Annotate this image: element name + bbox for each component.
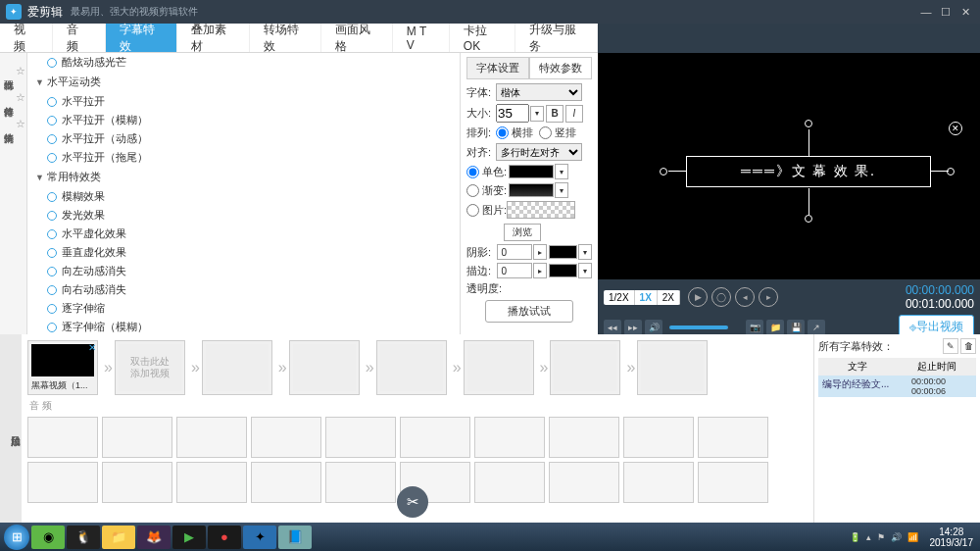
effect-item[interactable]: 水平拉开（模糊） [27, 111, 460, 129]
resize-handle-right[interactable] [947, 168, 955, 175]
audio-clip[interactable] [474, 462, 545, 503]
audio-clip[interactable] [623, 417, 694, 458]
taskbar-app[interactable]: 📘 [278, 526, 312, 549]
color-dropdown-icon[interactable]: ▾ [555, 164, 568, 179]
speed-half[interactable]: 1/2X [604, 290, 635, 305]
snapshot-icon[interactable]: 📷 [746, 320, 763, 335]
effect-item[interactable]: 模糊效果 [27, 187, 460, 206]
effect-item[interactable]: 逐字伸缩（模糊） [27, 318, 460, 334]
close-textbox-icon[interactable]: ✕ [949, 122, 962, 135]
color-solid-radio[interactable] [466, 166, 479, 178]
arrange-vertical-radio[interactable] [539, 126, 552, 139]
tab-style[interactable]: 画面风格 [321, 24, 393, 52]
audio-clip[interactable] [251, 417, 321, 458]
audio-clip[interactable] [27, 417, 98, 458]
add-clip-slot[interactable]: 双击此处添加视频 [115, 340, 185, 395]
minimize-icon[interactable]: — [917, 4, 935, 20]
tray-flag-icon[interactable]: ⚑ [877, 532, 885, 542]
play-button[interactable]: ▶ [688, 287, 708, 307]
tray-icon[interactable]: 🔋 [850, 532, 860, 542]
empty-clip[interactable] [637, 340, 708, 395]
prev-frame-button[interactable]: ◂ [735, 287, 755, 307]
tab-video[interactable]: 视 频 [0, 24, 53, 52]
tray-up-icon[interactable]: ▴ [866, 532, 871, 542]
tab-subtitle-fx[interactable]: 字幕特效 [106, 24, 177, 52]
taskbar-app[interactable]: 📁 [102, 526, 135, 549]
audio-clip[interactable] [27, 462, 98, 503]
start-button[interactable]: ⊞ [4, 525, 29, 550]
audio-clip[interactable] [325, 417, 396, 458]
effect-item[interactable]: 水平拉开（动感） [27, 129, 460, 148]
font-select[interactable]: 楷体 [496, 83, 582, 101]
resize-handle-bottom[interactable] [805, 215, 812, 223]
delete-icon[interactable]: 🗑 [960, 338, 976, 354]
effect-item[interactable]: 水平虚化效果 [27, 225, 460, 243]
save-icon[interactable]: 💾 [787, 320, 805, 335]
tab-mtv[interactable]: M T V [393, 24, 450, 52]
play-preview-button[interactable]: 播放试试 [485, 300, 573, 323]
subtab-fxparam[interactable]: 特效参数 [529, 57, 592, 79]
sidebar-disappear[interactable]: ☆消失特效 [2, 112, 25, 138]
audio-clip[interactable] [549, 462, 619, 503]
empty-clip[interactable] [550, 340, 620, 395]
speed-2x[interactable]: 2X [658, 290, 680, 305]
audio-clip[interactable] [251, 462, 321, 503]
taskbar-app[interactable]: 🐧 [67, 526, 100, 549]
edit-icon[interactable]: ✎ [943, 338, 958, 354]
stroke-color[interactable] [549, 264, 578, 277]
audio-clip[interactable] [698, 417, 768, 458]
tab-audio[interactable]: 音 频 [53, 24, 106, 52]
volume-slider[interactable] [669, 326, 728, 329]
empty-clip[interactable] [289, 340, 360, 395]
forward-icon[interactable]: ▸▸ [624, 320, 642, 335]
speed-1x[interactable]: 1X [635, 290, 658, 305]
taskbar-clock[interactable]: 14:282019/3/17 [927, 526, 977, 548]
subtitle-textbox[interactable]: ═══》文 幕 效 果. [686, 156, 931, 187]
effects-list[interactable]: 酷炫动感光芒 ▼水平运动类 水平拉开 水平拉开（模糊） 水平拉开（动感） 水平拉… [27, 53, 461, 334]
shadow-value[interactable]: 0 [497, 244, 531, 260]
rewind-icon[interactable]: ◂◂ [604, 320, 621, 335]
taskbar-app[interactable]: ◉ [31, 526, 65, 549]
remove-clip-icon[interactable]: ✕ [88, 342, 96, 353]
italic-button[interactable]: I [565, 105, 583, 123]
audio-clip[interactable] [102, 417, 172, 458]
resize-handle-left[interactable] [660, 168, 667, 175]
effect-item[interactable]: 水平拉开（拖尾） [27, 148, 460, 167]
arrange-horizontal-radio[interactable] [496, 126, 509, 139]
effect-item[interactable]: 向左动感消失 [27, 262, 460, 280]
size-input[interactable] [496, 104, 529, 123]
empty-clip[interactable] [376, 340, 447, 395]
browse-button[interactable]: 浏览 [504, 224, 541, 241]
stroke-arrow-icon[interactable]: ▸ [533, 263, 547, 278]
folder-icon[interactable]: 📁 [766, 320, 784, 335]
taskbar-current-app[interactable]: ✦ [243, 526, 276, 549]
tab-overlay[interactable]: 叠加素材 [177, 24, 249, 52]
audio-clip[interactable] [400, 417, 470, 458]
transition-icon[interactable]: » [104, 359, 113, 376]
share-icon[interactable]: ↗ [808, 320, 825, 335]
tab-upgrade[interactable]: 升级与服务 [515, 24, 598, 52]
subtitle-row[interactable]: 编导的经验文...00:00:0000:00:06 [818, 376, 976, 397]
shadow-arrow-icon[interactable]: ▸ [533, 244, 547, 260]
stop-button[interactable]: ◯ [711, 287, 731, 307]
maximize-icon[interactable]: ☐ [937, 4, 955, 20]
bold-button[interactable]: B [546, 105, 564, 123]
color-gradient-radio[interactable] [466, 184, 479, 197]
empty-clip[interactable] [464, 340, 534, 395]
resize-handle-top[interactable] [805, 120, 812, 127]
empty-clip[interactable] [202, 340, 272, 395]
effect-item[interactable]: 垂直虚化效果 [27, 243, 460, 262]
color-swatch[interactable] [509, 165, 554, 178]
shadow-color[interactable] [549, 245, 578, 259]
effect-item[interactable]: 向右动感消失 [27, 280, 460, 299]
tab-transition[interactable]: 转场特效 [250, 24, 321, 52]
effect-category[interactable]: ▼常用特效类 [27, 167, 460, 187]
volume-icon[interactable]: 🔊 [645, 320, 662, 335]
gradient-dropdown-icon[interactable]: ▾ [555, 182, 568, 198]
stroke-value[interactable]: 0 [497, 263, 531, 278]
size-dropdown-icon[interactable]: ▾ [530, 106, 544, 122]
subtab-font[interactable]: 字体设置 [466, 57, 529, 79]
effect-item[interactable]: 发光效果 [27, 206, 460, 225]
sidebar-appear[interactable]: ☆出现特效 [2, 59, 25, 85]
align-select[interactable]: 多行时左对齐 [496, 143, 582, 161]
